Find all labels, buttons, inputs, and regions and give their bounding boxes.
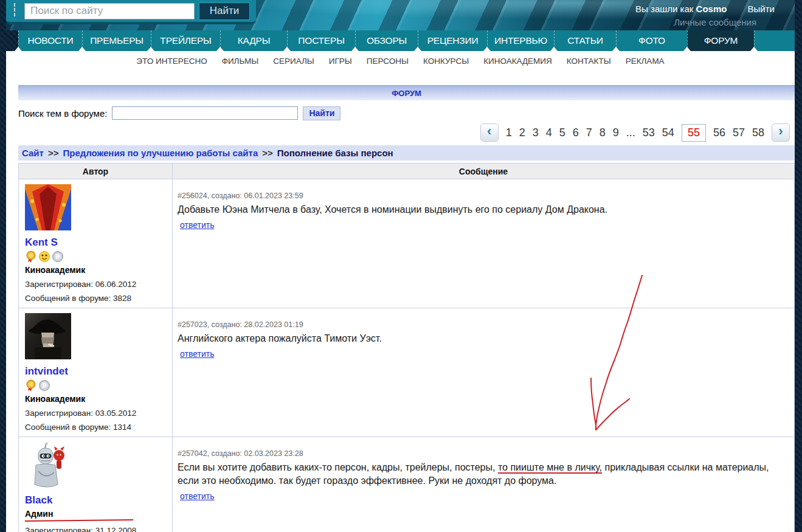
post-text: Английского актера пожалуйста Тимоти Уэс… xyxy=(178,332,788,345)
table-row: intvindet P Киноакадемик xyxy=(19,308,795,437)
forum-search-button[interactable]: Найти xyxy=(303,106,341,120)
subnav-igry[interactable]: ИГРЫ xyxy=(329,57,352,72)
breadcrumb-section-link[interactable]: Предложения по улучшению работы сайта xyxy=(63,148,258,158)
forum-page: { "topbar": { "search_placeholder": "Пои… xyxy=(0,0,802,532)
author-cell-kent-s: Kent S xyxy=(19,179,173,308)
pagination-page[interactable]: 58 xyxy=(752,126,764,139)
main-content: ЭТО ИНТЕРЕСНО ФИЛЬМЫ СЕРИАЛЫ ИГРЫ ПЕРСОН… xyxy=(6,51,795,532)
site-search-input[interactable] xyxy=(24,3,195,19)
author-message-count: Сообщений в форуме: 3828 xyxy=(25,294,166,303)
subnav-kinoakademia[interactable]: КИНОАКАДЕМИЯ xyxy=(483,57,552,72)
nav-tab-novosti[interactable]: НОВОСТИ xyxy=(18,30,82,51)
main-navigation: НОВОСТИ ПРЕМЬЕРЫ ТРЕЙЛЕРЫ КАДРЫ ПОСТЕРЫ … xyxy=(18,30,795,51)
author-column-header: Автор xyxy=(19,164,173,179)
author-role: Админ xyxy=(25,509,133,521)
private-messages-link[interactable]: Личные сообщения xyxy=(635,17,775,27)
author-name-link[interactable]: Kent S xyxy=(25,237,58,249)
svg-text:P: P xyxy=(56,254,60,260)
nav-tab-forum[interactable]: ФОРУМ xyxy=(687,30,754,51)
author-cell-black: Black Админ Зарегистрирован: 31.12.2008 … xyxy=(19,437,173,532)
nav-tab-stati[interactable]: СТАТЬИ xyxy=(554,30,616,51)
pagination-page[interactable]: 6 xyxy=(573,126,579,139)
pagination-page-current: 55 xyxy=(682,124,706,142)
pagination-page[interactable]: 7 xyxy=(586,126,592,139)
subnav-reklama[interactable]: РЕКЛАМА xyxy=(626,57,665,72)
nav-tab-obzory[interactable]: ОБЗОРЫ xyxy=(355,30,418,51)
pagination-next-button[interactable]: › xyxy=(772,123,790,142)
breadcrumb-current-topic: Пополнение базы персон xyxy=(277,148,393,158)
subnav-persony[interactable]: ПЕРСОНЫ xyxy=(367,57,409,72)
breadcrumb-separator: >> xyxy=(48,148,59,158)
reply-link[interactable]: ответить xyxy=(180,491,214,501)
forum-title: ФОРУМ xyxy=(392,89,421,98)
pagination-page[interactable]: 53 xyxy=(643,126,655,139)
forum-title-bar: ФОРУМ xyxy=(18,85,795,100)
logout-link[interactable]: Выйти xyxy=(748,4,775,14)
subnav-konkursy[interactable]: КОНКУРСЫ xyxy=(423,57,469,72)
pagination-page[interactable]: 57 xyxy=(733,126,745,139)
author-badges: P xyxy=(25,250,166,263)
nav-tab-stub xyxy=(754,30,795,51)
secondary-navigation: ЭТО ИНТЕРЕСНО ФИЛЬМЫ СЕРИАЛЫ ИГРЫ ПЕРСОН… xyxy=(6,51,795,72)
author-name-link[interactable]: intvindet xyxy=(25,365,68,378)
breadcrumb-separator: >> xyxy=(262,148,273,158)
nav-tab-intervyu[interactable]: ИНТЕРВЬЮ xyxy=(487,30,554,51)
pagination-page[interactable]: 56 xyxy=(713,126,725,139)
pagination-page[interactable]: 8 xyxy=(600,126,606,139)
pagination-page[interactable]: 4 xyxy=(546,126,552,139)
nav-tab-recenzii[interactable]: РЕЦЕНЗИИ xyxy=(418,30,487,51)
author-registered: Зарегистрирован: 31.12.2008 xyxy=(25,526,166,532)
subnav-filmy[interactable]: ФИЛЬМЫ xyxy=(222,57,259,72)
nav-tab-kadry[interactable]: КАДРЫ xyxy=(220,30,287,51)
table-header-row: Автор Сообщение xyxy=(19,164,795,179)
nav-tab-foto[interactable]: ФОТО xyxy=(616,30,687,51)
site-search-box: Найти xyxy=(6,0,256,24)
nav-tab-treilery[interactable]: ТРЕЙЛЕРЫ xyxy=(151,30,220,51)
pagination-page[interactable]: 5 xyxy=(559,126,565,139)
top-banner: Найти Вы зашли как Cosmo Выйти Личные со… xyxy=(6,0,795,30)
pagination-page[interactable]: 1 xyxy=(506,126,512,139)
author-registered: Зарегистрирован: 03.05.2012 xyxy=(25,409,166,418)
user-area: Вы зашли как Cosmo Выйти Личные сообщени… xyxy=(635,4,775,27)
username: Cosmo xyxy=(696,4,727,14)
reply-link[interactable]: ответить xyxy=(180,349,214,359)
forum-search-label: Поиск тем в форуме: xyxy=(18,108,107,119)
subnav-eto-interesno[interactable]: ЭТО ИНТЕРЕСНО xyxy=(136,57,207,72)
breadcrumb: Сайт >> Предложения по улучшению работы … xyxy=(18,145,795,161)
author-badges: P xyxy=(25,379,166,392)
table-row: Black Админ Зарегистрирован: 31.12.2008 … xyxy=(19,437,795,532)
subnav-kontakty[interactable]: КОНТАКТЫ xyxy=(567,57,611,72)
nav-tab-postery[interactable]: ПОСТЕРЫ xyxy=(287,30,355,51)
pagination-prev-button[interactable]: ‹ xyxy=(480,123,499,142)
table-row: Kent S xyxy=(19,179,795,308)
message-cell: #257042, создано: 02.03.2023 23:28 Если … xyxy=(173,437,795,532)
rosette-badge-icon xyxy=(25,379,37,392)
pagination-page[interactable]: 9 xyxy=(613,126,619,139)
forum-posts-table: Автор Сообщение Kent S xyxy=(18,163,795,532)
forum-search-input[interactable] xyxy=(112,106,298,120)
subnav-serialy[interactable]: СЕРИАЛЫ xyxy=(273,57,314,72)
message-column-header: Сообщение xyxy=(173,164,795,179)
p-medal-badge-icon: P xyxy=(52,250,64,263)
breadcrumb-site-link[interactable]: Сайт xyxy=(22,148,44,158)
author-message-count: Сообщений в форуме: 1314 xyxy=(25,423,166,432)
pagination-page[interactable]: 3 xyxy=(533,126,539,139)
rosette-badge-icon xyxy=(25,250,37,263)
pagination-page[interactable]: 2 xyxy=(519,126,525,139)
site-search-button[interactable]: Найти xyxy=(199,2,250,20)
author-role: Киноакадемик xyxy=(25,265,85,275)
avatar[interactable] xyxy=(25,184,71,230)
pagination: ‹ 1 2 3 4 5 6 7 8 9 ... 53 54 55 56 57 5… xyxy=(18,122,795,143)
post-text: Добавьте Юэна Митчела в базу, Хочется в … xyxy=(178,203,788,216)
author-cell-intvindet: intvindet P Киноакадемик xyxy=(19,308,173,437)
nav-tab-premery[interactable]: ПРЕМЬЕРЫ xyxy=(82,30,151,51)
post-meta: #257042, создано: 02.03.2023 23:28 xyxy=(178,449,788,458)
author-registered: Зарегистрирован: 06.06.2012 xyxy=(25,280,166,289)
pagination-page[interactable]: 54 xyxy=(662,126,674,139)
author-name-link[interactable]: Black xyxy=(25,494,52,506)
avatar[interactable] xyxy=(25,442,71,488)
pagination-ellipsis: ... xyxy=(626,126,635,139)
svg-text:P: P xyxy=(43,382,47,389)
reply-link[interactable]: ответить xyxy=(180,220,214,230)
avatar[interactable] xyxy=(25,313,71,359)
